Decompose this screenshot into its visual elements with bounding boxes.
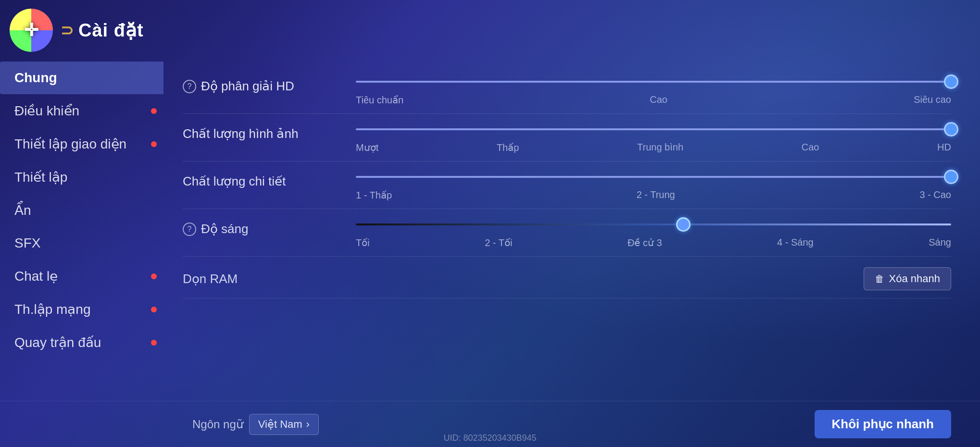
language-label: Ngôn ngữ xyxy=(192,418,243,431)
language-arrow-icon: › xyxy=(306,418,310,431)
clean-ram-label: Dọn RAM xyxy=(183,272,346,286)
slider-thumb[interactable] xyxy=(944,122,958,137)
hd-resolution-slider[interactable]: Tiêu chuẩn Cao Siêu cao xyxy=(356,77,951,106)
slider-thumb[interactable] xyxy=(676,217,691,232)
slider-fill xyxy=(356,224,683,225)
slider-thumb[interactable] xyxy=(944,74,958,89)
slider-labels: Tiêu chuẩn Cao Siêu cao xyxy=(356,94,951,106)
clean-ram-button-label: Xóa nhanh xyxy=(889,273,940,285)
detail-quality-row: Chất lượng chi tiết 1 - Thấp 2 - Trung 3… xyxy=(183,161,951,209)
slider-track xyxy=(356,176,951,178)
notification-dot xyxy=(151,141,157,147)
slider-track-container[interactable] xyxy=(356,172,951,182)
language-value: Việt Nam xyxy=(258,418,302,431)
sidebar-item-thiet-lap[interactable]: Thiết lập xyxy=(0,161,163,194)
slider-track-container[interactable] xyxy=(356,220,951,229)
sidebar-item-quay-tran-dau[interactable]: Quay trận đấu xyxy=(0,326,163,359)
trash-icon: 🗑 xyxy=(875,273,884,285)
hd-resolution-label: ? Độ phân giải HD xyxy=(183,77,346,94)
sidebar-item-label: Ẩn xyxy=(14,202,31,218)
sidebar-item-th-lap-mang[interactable]: Th.lập mạng xyxy=(0,293,163,326)
image-quality-label: Chất lượng hình ảnh xyxy=(183,124,346,141)
notification-dot xyxy=(151,340,157,346)
logo-cross-icon: ✛ xyxy=(24,20,38,40)
slider-fill xyxy=(356,176,951,178)
header: ✛ ⊃ Cài đặt xyxy=(0,0,980,57)
sidebar-item-label: Th.lập mạng xyxy=(14,301,91,317)
slider-track-container[interactable] xyxy=(356,77,951,87)
restore-button[interactable]: Khôi phục nhanh xyxy=(815,410,951,438)
main-layout: Chung Điều khiển Thiết lập giao diện Thi… xyxy=(0,57,980,401)
image-quality-slider[interactable]: Mượt Thấp Trung bình Cao HD xyxy=(356,124,951,153)
slider-track xyxy=(356,81,951,83)
uid-text: UID: 80235203430B945 xyxy=(443,433,536,443)
clean-ram-button[interactable]: 🗑 Xóa nhanh xyxy=(864,267,951,290)
help-icon[interactable]: ? xyxy=(183,223,196,236)
detail-quality-label: Chất lượng chi tiết xyxy=(183,172,346,189)
slider-track xyxy=(356,224,951,225)
slider-labels: 1 - Thấp 2 - Trung 3 - Cao xyxy=(356,189,951,201)
slider-thumb[interactable] xyxy=(944,170,958,184)
slider-labels: Mượt Thấp Trung bình Cao HD xyxy=(356,142,951,153)
sidebar-item-label: Quay trận đấu xyxy=(14,335,101,350)
content-area: ? Độ phân giải HD Tiêu chuẩn Cao Siêu ca… xyxy=(163,57,980,401)
language-section: Ngôn ngữ Việt Nam › xyxy=(192,414,319,435)
notification-dot xyxy=(151,273,157,279)
hd-resolution-row: ? Độ phân giải HD Tiêu chuẩn Cao Siêu ca… xyxy=(183,66,951,114)
slider-track xyxy=(356,128,951,130)
slider-track-container[interactable] xyxy=(356,124,951,134)
language-button[interactable]: Việt Nam › xyxy=(249,414,319,435)
sidebar-item-label: Chung xyxy=(14,70,57,86)
slider-fill xyxy=(356,81,951,83)
brightness-label: ? Độ sáng xyxy=(183,220,346,236)
brightness-slider[interactable]: Tối 2 - Tối Đề cử 3 4 - Sáng Sáng xyxy=(356,220,951,248)
image-quality-row: Chất lượng hình ảnh Mượt Thấp Trung bình… xyxy=(183,114,951,161)
sidebar-item-label: Chat lẹ xyxy=(14,268,58,284)
sidebar-item-chat-le[interactable]: Chat lẹ xyxy=(0,260,163,293)
notification-dot xyxy=(151,108,157,114)
brightness-row: ? Độ sáng Tối 2 - Tối Đề cử 3 4 - S xyxy=(183,209,951,257)
slider-labels: Tối 2 - Tối Đề cử 3 4 - Sáng Sáng xyxy=(356,237,951,248)
sidebar-item-thiet-lap-giao-dien[interactable]: Thiết lập giao diện xyxy=(0,127,163,161)
app-container: ✛ ⊃ Cài đặt Chung Điều khiển Thiết lập g… xyxy=(0,0,980,447)
sidebar-item-dieu-khien[interactable]: Điều khiển xyxy=(0,94,163,127)
sidebar-item-chung[interactable]: Chung xyxy=(0,62,163,94)
detail-quality-slider[interactable]: 1 - Thấp 2 - Trung 3 - Cao xyxy=(356,172,951,201)
logo-circle: ✛ xyxy=(10,9,53,52)
clean-ram-row: Dọn RAM 🗑 Xóa nhanh xyxy=(183,257,951,298)
notification-dot xyxy=(151,307,157,312)
back-icon-wrapper: ⊃ Cài đặt xyxy=(61,20,144,41)
sidebar-item-label: Thiết lập xyxy=(14,169,67,185)
back-arrow-icon[interactable]: ⊃ xyxy=(61,21,74,39)
page-title: Cài đặt xyxy=(78,20,144,41)
help-icon[interactable]: ? xyxy=(183,80,196,93)
sidebar-item-label: Thiết lập giao diện xyxy=(14,136,126,152)
sidebar-item-label: SFX xyxy=(14,236,40,251)
sidebar-item-label: Điều khiển xyxy=(14,103,79,119)
slider-fill xyxy=(356,128,951,130)
sidebar: Chung Điều khiển Thiết lập giao diện Thi… xyxy=(0,57,163,401)
sidebar-item-sfx[interactable]: SFX xyxy=(0,227,163,260)
sidebar-item-an[interactable]: Ẩn xyxy=(0,194,163,227)
